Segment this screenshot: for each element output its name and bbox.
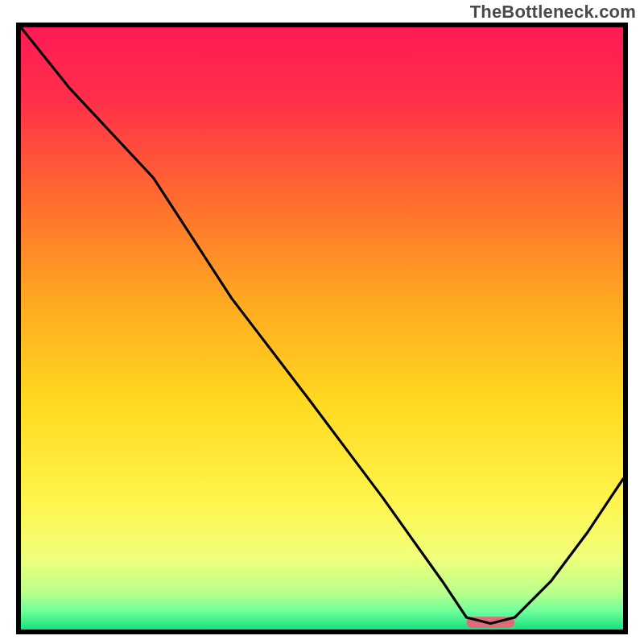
attribution-text: TheBottleneck.com bbox=[470, 2, 636, 23]
plot-background bbox=[21, 27, 623, 630]
chart-svg bbox=[16, 23, 628, 634]
bottleneck-chart bbox=[16, 23, 628, 634]
